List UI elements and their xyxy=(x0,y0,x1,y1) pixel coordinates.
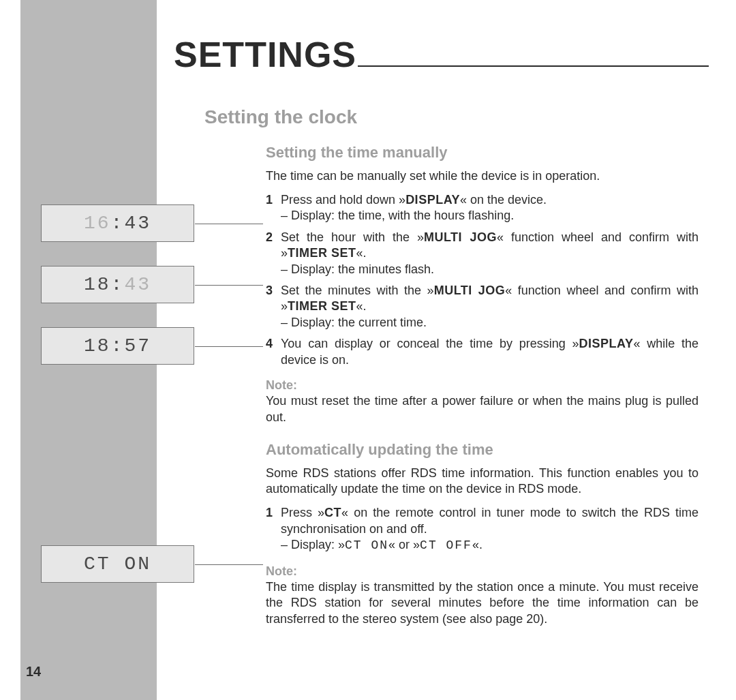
step-text: «. xyxy=(356,299,367,313)
step-text: Press and hold down » xyxy=(281,193,405,207)
note-body: The time display is transmitted by the s… xyxy=(266,579,699,627)
step-item: 1 Press »CT« on the remote control in tu… xyxy=(266,505,699,553)
title-rule xyxy=(358,65,709,67)
step-number: 2 xyxy=(266,230,281,277)
lcd-display-ct-on: CT ON xyxy=(41,545,194,583)
step-text: Set the minutes with the » xyxy=(281,284,434,297)
lcd-text-dim: 16 xyxy=(84,213,111,234)
step-item: 4 You can display or conceal the time by… xyxy=(266,336,699,368)
step-item: 3 Set the minutes with the »MULTI JOG« f… xyxy=(266,283,699,331)
step-text: Press » xyxy=(281,506,324,519)
lcd-text: CT ON xyxy=(84,553,151,575)
button-ref-timer-set: TIMER SET xyxy=(288,246,356,260)
step-number: 1 xyxy=(266,505,281,553)
lcd-display-current-time: 18:57 xyxy=(41,327,194,365)
button-ref-display: DISPLAY xyxy=(579,337,634,350)
note-body: You must reset the time after a power fa… xyxy=(266,393,699,425)
step-text: « on the remote control in tuner mode to… xyxy=(281,506,699,535)
step-number: 1 xyxy=(266,192,281,224)
button-ref-multi-jog: MULTI JOG xyxy=(434,284,506,297)
heading-setting-time-manually: Setting the time manually xyxy=(266,143,699,163)
button-ref-ct: CT xyxy=(324,506,341,519)
page-number: 14 xyxy=(26,664,41,680)
note-label: Note: xyxy=(266,378,699,393)
leader-line xyxy=(195,285,263,286)
step-text: Set the hour with the » xyxy=(281,230,424,244)
note-label: Note: xyxy=(266,564,699,579)
page-title: SETTINGS xyxy=(174,34,356,75)
step-result: – Display: the current time. xyxy=(281,315,699,331)
intro-text: The time can be manually set while the d… xyxy=(266,168,699,184)
button-ref-display: DISPLAY xyxy=(405,193,460,207)
step-item: 1 Press and hold down »DISPLAY« on the d… xyxy=(266,192,699,224)
step-number: 3 xyxy=(266,283,281,331)
manual-page: 14 SETTINGS Setting the clock 16:43 18:4… xyxy=(0,0,736,700)
lcd-text-dim: 43 xyxy=(124,274,151,295)
heading-setting-the-clock: Setting the clock xyxy=(204,106,357,128)
steps-list-a: 1 Press and hold down »DISPLAY« on the d… xyxy=(266,192,699,368)
button-ref-multi-jog: MULTI JOG xyxy=(424,230,497,244)
step-result: – Display: the time, with the hours flas… xyxy=(281,208,699,224)
leader-line xyxy=(195,224,263,224)
leader-line xyxy=(195,564,263,565)
step-number: 4 xyxy=(266,336,281,368)
step-item: 2 Set the hour with the »MULTI JOG« func… xyxy=(266,230,699,277)
lcd-display-hours-flashing: 16:43 xyxy=(41,204,194,242)
steps-list-b: 1 Press »CT« on the remote control in tu… xyxy=(266,505,699,553)
lcd-text: :43 xyxy=(111,213,151,234)
display-value-ct-off: CT OFF xyxy=(420,538,472,552)
step-result: – Display: »CT ON« or »CT OFF«. xyxy=(281,537,699,553)
button-ref-timer-set: TIMER SET xyxy=(288,299,356,313)
step-text: You can display or conceal the time by p… xyxy=(281,337,579,350)
lcd-text: 18:57 xyxy=(84,335,151,356)
display-value-ct-on: CT ON xyxy=(345,538,388,552)
leader-line xyxy=(195,346,263,347)
page-title-row: SETTINGS xyxy=(174,34,709,75)
step-text: « on the device. xyxy=(460,193,547,207)
step-text: «. xyxy=(356,246,367,260)
lcd-display-minutes-flashing: 18:43 xyxy=(41,266,194,303)
step-result: – Display: the minutes flash. xyxy=(281,262,699,277)
intro-text: Some RDS stations offer RDS time informa… xyxy=(266,466,699,498)
heading-auto-update-time: Automatically updating the time xyxy=(266,440,699,460)
lcd-text: 18: xyxy=(84,274,124,295)
content-column: Setting the time manually The time can b… xyxy=(266,143,699,639)
